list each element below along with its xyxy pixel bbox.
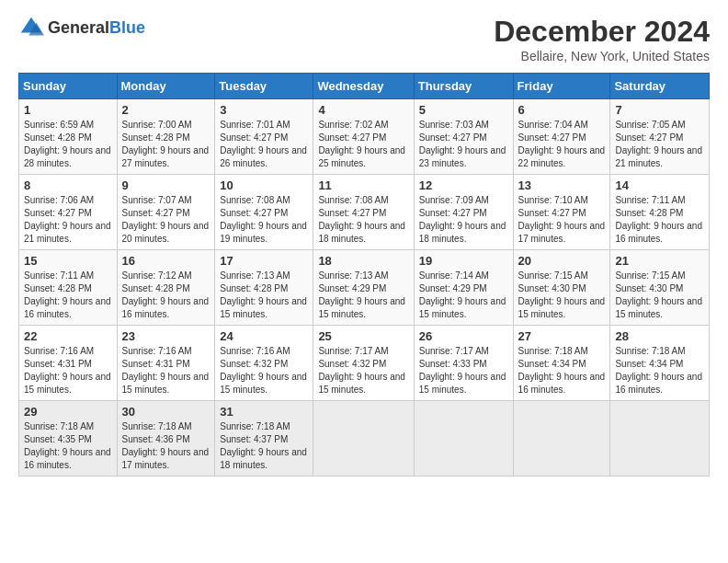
calendar-day: 4 Sunrise: 7:02 AMSunset: 4:27 PMDayligh…	[313, 99, 414, 175]
day-info: Sunrise: 7:15 AMSunset: 4:30 PMDaylight:…	[615, 270, 702, 319]
day-info: Sunrise: 7:16 AMSunset: 4:31 PMDaylight:…	[24, 346, 111, 395]
calendar-day	[414, 401, 513, 477]
day-number: 20	[518, 254, 606, 268]
day-number: 7	[615, 103, 704, 117]
calendar-day: 9 Sunrise: 7:07 AMSunset: 4:27 PMDayligh…	[117, 175, 215, 250]
calendar-day: 14 Sunrise: 7:11 AMSunset: 4:28 PMDaylig…	[610, 175, 710, 250]
day-info: Sunrise: 7:09 AMSunset: 4:27 PMDaylight:…	[419, 195, 506, 244]
calendar-day: 19 Sunrise: 7:14 AMSunset: 4:29 PMDaylig…	[414, 250, 513, 326]
logo-general: General	[48, 18, 109, 37]
day-info: Sunrise: 7:02 AMSunset: 4:27 PMDaylight:…	[318, 120, 405, 168]
calendar-table: Sunday Monday Tuesday Wednesday Thursday…	[18, 73, 710, 477]
day-info: Sunrise: 7:01 AMSunset: 4:27 PMDaylight:…	[220, 120, 307, 168]
day-number: 6	[518, 103, 606, 117]
day-number: 17	[220, 254, 308, 268]
subtitle: Bellaire, New York, United States	[494, 49, 710, 63]
calendar-day: 1 Sunrise: 6:59 AMSunset: 4:28 PMDayligh…	[19, 99, 118, 175]
day-number: 30	[122, 405, 210, 419]
day-info: Sunrise: 7:03 AMSunset: 4:27 PMDaylight:…	[419, 120, 506, 168]
day-info: Sunrise: 7:16 AMSunset: 4:31 PMDaylight:…	[122, 346, 210, 395]
calendar-body: 1 Sunrise: 6:59 AMSunset: 4:28 PMDayligh…	[19, 99, 710, 477]
day-info: Sunrise: 7:06 AMSunset: 4:27 PMDaylight:…	[24, 195, 111, 244]
col-monday: Monday	[117, 74, 215, 99]
calendar-week: 8 Sunrise: 7:06 AMSunset: 4:27 PMDayligh…	[19, 175, 710, 250]
calendar-day: 8 Sunrise: 7:06 AMSunset: 4:27 PMDayligh…	[19, 175, 118, 250]
calendar-week: 1 Sunrise: 6:59 AMSunset: 4:28 PMDayligh…	[19, 99, 710, 175]
calendar-day: 2 Sunrise: 7:00 AMSunset: 4:28 PMDayligh…	[117, 99, 215, 175]
calendar-day: 23 Sunrise: 7:16 AMSunset: 4:31 PMDaylig…	[117, 326, 215, 401]
calendar-day: 3 Sunrise: 7:01 AMSunset: 4:27 PMDayligh…	[215, 99, 313, 175]
calendar-week: 22 Sunrise: 7:16 AMSunset: 4:31 PMDaylig…	[19, 326, 710, 401]
calendar-day: 21 Sunrise: 7:15 AMSunset: 4:30 PMDaylig…	[610, 250, 710, 326]
calendar-day: 29 Sunrise: 7:18 AMSunset: 4:35 PMDaylig…	[19, 401, 118, 477]
day-number: 29	[24, 405, 112, 419]
day-number: 13	[518, 178, 606, 192]
day-info: Sunrise: 7:18 AMSunset: 4:34 PMDaylight:…	[615, 346, 702, 395]
col-friday: Friday	[513, 74, 610, 99]
day-number: 25	[318, 329, 408, 343]
calendar-day: 31 Sunrise: 7:18 AMSunset: 4:37 PMDaylig…	[215, 401, 313, 477]
day-info: Sunrise: 7:05 AMSunset: 4:27 PMDaylight:…	[615, 120, 702, 168]
calendar-day: 11 Sunrise: 7:08 AMSunset: 4:27 PMDaylig…	[313, 175, 414, 250]
day-number: 19	[419, 254, 508, 268]
day-number: 22	[24, 329, 112, 343]
day-info: Sunrise: 7:18 AMSunset: 4:34 PMDaylight:…	[518, 346, 606, 395]
day-number: 21	[615, 254, 704, 268]
day-number: 18	[318, 254, 408, 268]
col-tuesday: Tuesday	[215, 74, 313, 99]
day-number: 23	[122, 329, 210, 343]
calendar-day: 16 Sunrise: 7:12 AMSunset: 4:28 PMDaylig…	[117, 250, 215, 326]
col-saturday: Saturday	[610, 74, 710, 99]
day-info: Sunrise: 7:18 AMSunset: 4:35 PMDaylight:…	[24, 421, 111, 470]
calendar-day: 12 Sunrise: 7:09 AMSunset: 4:27 PMDaylig…	[414, 175, 513, 250]
logo-blue: Blue	[109, 18, 145, 37]
calendar-day: 13 Sunrise: 7:10 AMSunset: 4:27 PMDaylig…	[513, 175, 610, 250]
day-number: 4	[318, 103, 408, 117]
day-number: 28	[615, 329, 704, 343]
day-info: Sunrise: 7:08 AMSunset: 4:27 PMDaylight:…	[318, 195, 405, 244]
day-info: Sunrise: 7:13 AMSunset: 4:28 PMDaylight:…	[220, 270, 307, 319]
calendar-day: 6 Sunrise: 7:04 AMSunset: 4:27 PMDayligh…	[513, 99, 610, 175]
day-info: Sunrise: 7:08 AMSunset: 4:27 PMDaylight:…	[220, 195, 307, 244]
calendar-day: 20 Sunrise: 7:15 AMSunset: 4:30 PMDaylig…	[513, 250, 610, 326]
day-info: Sunrise: 7:11 AMSunset: 4:28 PMDaylight:…	[24, 270, 111, 319]
calendar-day: 27 Sunrise: 7:18 AMSunset: 4:34 PMDaylig…	[513, 326, 610, 401]
day-info: Sunrise: 7:18 AMSunset: 4:36 PMDaylight:…	[122, 421, 210, 470]
day-info: Sunrise: 7:12 AMSunset: 4:28 PMDaylight:…	[122, 270, 210, 319]
day-number: 12	[419, 178, 508, 192]
calendar-day: 5 Sunrise: 7:03 AMSunset: 4:27 PMDayligh…	[414, 99, 513, 175]
day-info: Sunrise: 7:17 AMSunset: 4:33 PMDaylight:…	[419, 346, 506, 395]
calendar-day: 7 Sunrise: 7:05 AMSunset: 4:27 PMDayligh…	[610, 99, 710, 175]
day-info: Sunrise: 7:07 AMSunset: 4:27 PMDaylight:…	[122, 195, 210, 244]
calendar-day: 18 Sunrise: 7:13 AMSunset: 4:29 PMDaylig…	[313, 250, 414, 326]
calendar-header: Sunday Monday Tuesday Wednesday Thursday…	[19, 74, 710, 99]
calendar-day: 17 Sunrise: 7:13 AMSunset: 4:28 PMDaylig…	[215, 250, 313, 326]
day-info: Sunrise: 7:15 AMSunset: 4:30 PMDaylight:…	[518, 270, 606, 319]
calendar-week: 29 Sunrise: 7:18 AMSunset: 4:35 PMDaylig…	[19, 401, 710, 477]
title-area: December 2024 Bellaire, New York, United…	[494, 15, 710, 63]
calendar-day: 24 Sunrise: 7:16 AMSunset: 4:32 PMDaylig…	[215, 326, 313, 401]
day-number: 27	[518, 329, 606, 343]
day-number: 16	[122, 254, 210, 268]
day-number: 11	[318, 178, 408, 192]
calendar-day: 26 Sunrise: 7:17 AMSunset: 4:33 PMDaylig…	[414, 326, 513, 401]
day-number: 14	[615, 178, 704, 192]
day-info: Sunrise: 7:17 AMSunset: 4:32 PMDaylight:…	[318, 346, 405, 395]
day-number: 9	[122, 178, 210, 192]
day-info: Sunrise: 7:16 AMSunset: 4:32 PMDaylight:…	[220, 346, 307, 395]
calendar-day: 22 Sunrise: 7:16 AMSunset: 4:31 PMDaylig…	[19, 326, 118, 401]
calendar-day: 30 Sunrise: 7:18 AMSunset: 4:36 PMDaylig…	[117, 401, 215, 477]
calendar-day	[313, 401, 414, 477]
day-info: Sunrise: 7:10 AMSunset: 4:27 PMDaylight:…	[518, 195, 606, 244]
day-number: 2	[122, 103, 210, 117]
day-info: Sunrise: 7:00 AMSunset: 4:28 PMDaylight:…	[122, 120, 210, 168]
calendar-week: 15 Sunrise: 7:11 AMSunset: 4:28 PMDaylig…	[19, 250, 710, 326]
day-info: Sunrise: 7:11 AMSunset: 4:28 PMDaylight:…	[615, 195, 702, 244]
calendar-day	[610, 401, 710, 477]
day-number: 15	[24, 254, 112, 268]
day-number: 24	[220, 329, 308, 343]
day-number: 5	[419, 103, 508, 117]
calendar-day	[513, 401, 610, 477]
logo-icon	[18, 15, 44, 40]
col-sunday: Sunday	[19, 74, 118, 99]
